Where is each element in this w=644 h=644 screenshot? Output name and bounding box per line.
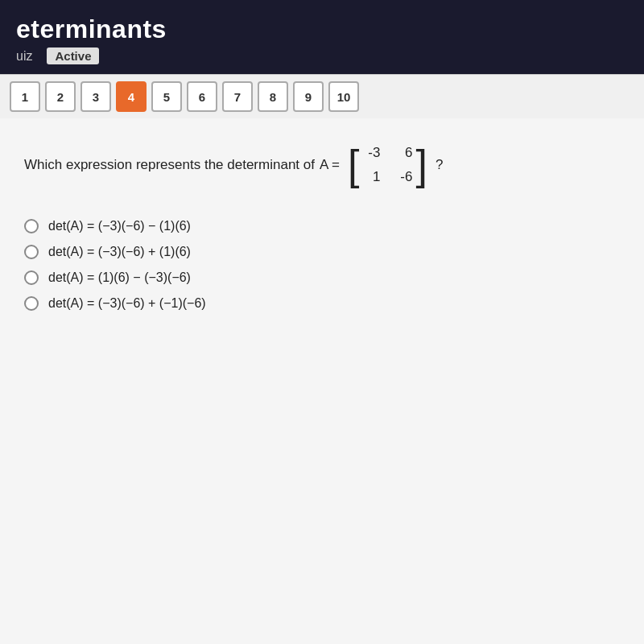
- quiz-label: uiz: [16, 49, 32, 64]
- nav-btn-3[interactable]: 3: [80, 81, 111, 112]
- matrix-container: [ -3 6 1 -6 ]: [348, 142, 427, 187]
- answer-option-b[interactable]: det(A) = (−3)(−6) + (1)(6): [24, 245, 620, 259]
- question-text-before: Which expression represents the determin…: [24, 155, 315, 175]
- nav-btn-10[interactable]: 10: [328, 81, 359, 112]
- app-container: eterminants uiz Active 12345678910 Which…: [0, 0, 644, 644]
- matrix-grid: -3 6 1 -6: [362, 142, 412, 187]
- page-title: eterminants: [16, 14, 628, 44]
- question-area: Which expression represents the determin…: [24, 142, 620, 211]
- question-nav: 12345678910: [0, 74, 644, 118]
- subtitle-row: uiz Active: [16, 47, 628, 69]
- nav-btn-1[interactable]: 1: [10, 81, 40, 112]
- bracket-left: [: [348, 144, 359, 186]
- active-badge: Active: [47, 47, 99, 64]
- radio-a[interactable]: [24, 219, 39, 233]
- nav-btn-7[interactable]: 7: [222, 81, 253, 112]
- answer-text-a: det(A) = (−3)(−6) − (1)(6): [48, 219, 191, 233]
- question-text: Which expression represents the determin…: [24, 142, 620, 187]
- nav-btn-6[interactable]: 6: [187, 81, 217, 112]
- answer-option-a[interactable]: det(A) = (−3)(−6) − (1)(6): [24, 219, 620, 233]
- matrix-r1c1: -3: [362, 142, 380, 163]
- answers-section: det(A) = (−3)(−6) − (1)(6)det(A) = (−3)(…: [24, 219, 620, 311]
- main-content: Which expression represents the determin…: [0, 118, 644, 644]
- matrix-r2c2: -6: [394, 167, 412, 188]
- answer-option-d[interactable]: det(A) = (−3)(−6) + (−1)(−6): [24, 296, 620, 311]
- answer-text-d: det(A) = (−3)(−6) + (−1)(−6): [48, 296, 206, 311]
- answer-text-b: det(A) = (−3)(−6) + (1)(6): [48, 245, 191, 259]
- radio-c[interactable]: [24, 270, 39, 285]
- matrix-r2c1: 1: [362, 167, 380, 188]
- header: eterminants uiz Active: [0, 0, 644, 74]
- nav-btn-4[interactable]: 4: [116, 81, 147, 112]
- matrix-r1c2: 6: [394, 142, 412, 163]
- radio-b[interactable]: [24, 245, 39, 259]
- nav-btn-2[interactable]: 2: [45, 81, 76, 112]
- question-text-after: ?: [436, 155, 443, 175]
- radio-d[interactable]: [24, 296, 39, 311]
- matrix-label: A =: [320, 155, 340, 175]
- bracket-right: ]: [415, 144, 427, 186]
- nav-btn-8[interactable]: 8: [258, 81, 288, 112]
- answer-text-c: det(A) = (1)(6) − (−3)(−6): [48, 270, 191, 285]
- nav-btn-5[interactable]: 5: [151, 81, 182, 112]
- answer-option-c[interactable]: det(A) = (1)(6) − (−3)(−6): [24, 270, 620, 285]
- nav-btn-9[interactable]: 9: [293, 81, 324, 112]
